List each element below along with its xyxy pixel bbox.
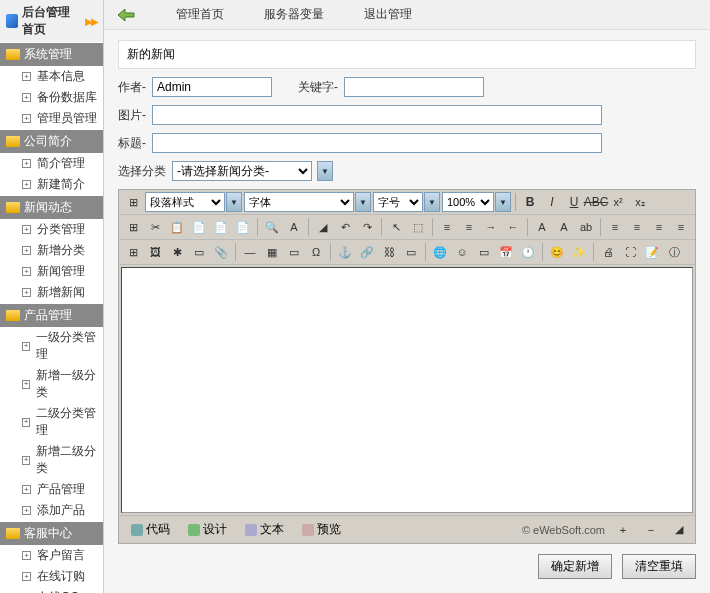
highlight-icon[interactable]: ab	[576, 217, 596, 237]
undo-icon[interactable]: ↶	[335, 217, 355, 237]
link-icon[interactable]: 🔗	[357, 242, 377, 262]
copy-icon[interactable]: 📋	[167, 217, 187, 237]
mode-preview[interactable]: 预览	[296, 519, 347, 540]
template-icon[interactable]: ▭	[474, 242, 494, 262]
chevron-down-icon[interactable]: ▼	[495, 192, 511, 212]
align-right-icon[interactable]: ≡	[649, 217, 669, 237]
back-arrow-icon[interactable]	[116, 7, 136, 23]
editor-textarea[interactable]	[121, 267, 693, 513]
font-color-icon[interactable]: A	[532, 217, 552, 237]
fullscreen-icon[interactable]: ⛶	[620, 242, 640, 262]
sidebar-item[interactable]: +备份数据库	[0, 87, 103, 108]
align-justify-icon[interactable]: ≡	[671, 217, 691, 237]
mode-code[interactable]: 代码	[125, 519, 176, 540]
outdent-icon[interactable]: ←	[503, 217, 523, 237]
paste-word-icon[interactable]: 📄	[233, 217, 253, 237]
sidebar-item[interactable]: +添加产品	[0, 500, 103, 521]
subscript-icon[interactable]: x₂	[630, 192, 650, 212]
sidebar-item[interactable]: +新增二级分类	[0, 441, 103, 479]
sidebar-item[interactable]: +产品管理	[0, 479, 103, 500]
web-icon[interactable]: 🌐	[430, 242, 450, 262]
map-icon[interactable]: ▭	[401, 242, 421, 262]
underline-icon[interactable]: U	[564, 192, 584, 212]
keyword-input[interactable]	[344, 77, 484, 97]
sidebar-item[interactable]: +新建简介	[0, 174, 103, 195]
list-unordered-icon[interactable]: ≡	[459, 217, 479, 237]
cursor-icon[interactable]: ↖	[386, 217, 406, 237]
anchor-icon[interactable]: ⚓	[335, 242, 355, 262]
sidebar-item[interactable]: +新增新闻	[0, 282, 103, 303]
nav-server[interactable]: 服务器变量	[264, 6, 324, 23]
sidebar-item[interactable]: +在线订购	[0, 566, 103, 587]
image-input[interactable]	[152, 105, 602, 125]
sidebar-item[interactable]: +新增一级分类	[0, 365, 103, 403]
bg-color-icon[interactable]: A	[554, 217, 574, 237]
section-header[interactable]: 客服中心	[0, 522, 103, 545]
table-icon[interactable]: ▦	[262, 242, 282, 262]
file-icon[interactable]: 📎	[211, 242, 231, 262]
sidebar-item[interactable]: +二级分类管理	[0, 403, 103, 441]
chevron-down-icon[interactable]: ▼	[226, 192, 242, 212]
plus-icon[interactable]: +	[613, 520, 633, 540]
font-select[interactable]: 字体	[244, 192, 354, 212]
section-header[interactable]: 公司简介	[0, 130, 103, 153]
eraser-icon[interactable]: ◢	[313, 217, 333, 237]
print-icon[interactable]: 🖨	[598, 242, 618, 262]
expand-icon[interactable]: ⊞	[123, 192, 143, 212]
emoticon-icon[interactable]: 😊	[547, 242, 567, 262]
sidebar-item[interactable]: +新增分类	[0, 240, 103, 261]
find-icon[interactable]: 🔍	[262, 217, 282, 237]
mode-text[interactable]: 文本	[239, 519, 290, 540]
title-input[interactable]	[152, 133, 602, 153]
indent-icon[interactable]: →	[481, 217, 501, 237]
expand-icon[interactable]: ⊞	[123, 242, 143, 262]
mode-design[interactable]: 设计	[182, 519, 233, 540]
italic-icon[interactable]: I	[542, 192, 562, 212]
sidebar-item[interactable]: +基本信息	[0, 66, 103, 87]
section-header[interactable]: 系统管理	[0, 43, 103, 66]
resize-icon[interactable]: ◢	[669, 520, 689, 540]
replace-icon[interactable]: A	[284, 217, 304, 237]
select-all-icon[interactable]: ⬚	[408, 217, 428, 237]
marquee-icon[interactable]: ▭	[284, 242, 304, 262]
chevron-down-icon[interactable]: ▼	[317, 161, 333, 181]
source-icon[interactable]: 📝	[642, 242, 662, 262]
submit-button[interactable]: 确定新增	[538, 554, 612, 579]
bold-icon[interactable]: B	[520, 192, 540, 212]
author-input[interactable]	[152, 77, 272, 97]
minus-icon[interactable]: −	[641, 520, 661, 540]
redo-icon[interactable]: ↷	[357, 217, 377, 237]
align-left-icon[interactable]: ≡	[605, 217, 625, 237]
superscript-icon[interactable]: x²	[608, 192, 628, 212]
time-icon[interactable]: 🕐	[518, 242, 538, 262]
paste-icon[interactable]: 📄	[189, 217, 209, 237]
sidebar-item[interactable]: +新闻管理	[0, 261, 103, 282]
sidebar-item[interactable]: +一级分类管理	[0, 327, 103, 365]
expand-icon[interactable]: ⊞	[123, 217, 143, 237]
strike-icon[interactable]: ABC	[586, 192, 606, 212]
size-select[interactable]: 字号	[373, 192, 423, 212]
sidebar-item[interactable]: +在线QQ	[0, 587, 103, 593]
chevron-down-icon[interactable]: ▼	[355, 192, 371, 212]
media-icon[interactable]: ▭	[189, 242, 209, 262]
list-ordered-icon[interactable]: ≡	[437, 217, 457, 237]
flash-icon[interactable]: ✱	[167, 242, 187, 262]
reset-button[interactable]: 清空重填	[622, 554, 696, 579]
nav-exit[interactable]: 退出管理	[364, 6, 412, 23]
sidebar-item[interactable]: +分类管理	[0, 219, 103, 240]
special-char-icon[interactable]: Ω	[306, 242, 326, 262]
face-icon[interactable]: ☺	[452, 242, 472, 262]
zoom-select[interactable]: 100%	[442, 192, 494, 212]
image-icon[interactable]: 🖼	[145, 242, 165, 262]
paste-text-icon[interactable]: 📄	[211, 217, 231, 237]
sidebar-item[interactable]: +管理员管理	[0, 108, 103, 129]
category-select[interactable]: -请选择新闻分类-	[172, 161, 312, 181]
section-header[interactable]: 产品管理	[0, 304, 103, 327]
chevron-down-icon[interactable]: ▼	[424, 192, 440, 212]
section-header[interactable]: 新闻动态	[0, 196, 103, 219]
sidebar-item[interactable]: +客户留言	[0, 545, 103, 566]
align-center-icon[interactable]: ≡	[627, 217, 647, 237]
hr-icon[interactable]: —	[240, 242, 260, 262]
nav-home[interactable]: 管理首页	[176, 6, 224, 23]
art-icon[interactable]: ✨	[569, 242, 589, 262]
